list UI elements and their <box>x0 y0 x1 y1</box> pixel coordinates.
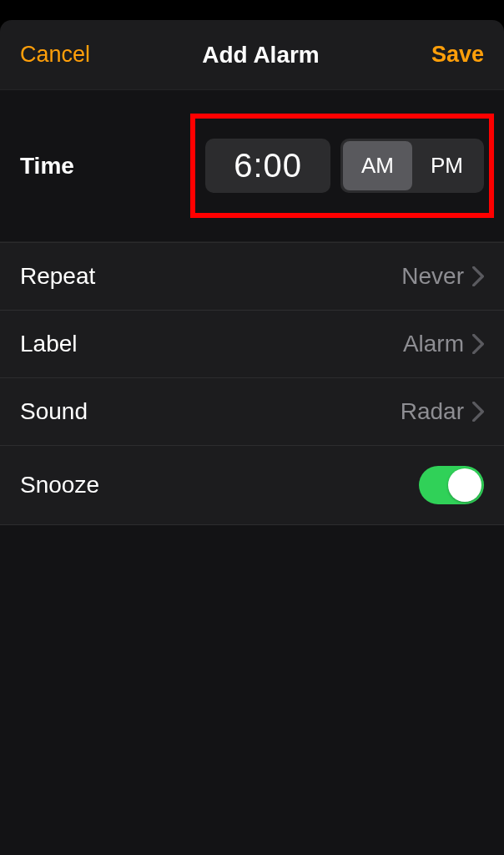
time-section: Time 6:00 AM PM <box>0 90 504 242</box>
label-row[interactable]: Label Alarm <box>0 311 504 378</box>
time-picker[interactable]: 6:00 <box>205 139 330 193</box>
sound-row[interactable]: Sound Radar <box>0 378 504 446</box>
ampm-segment[interactable]: AM PM <box>340 139 484 193</box>
sound-value: Radar <box>401 398 464 425</box>
label-right: Alarm <box>403 331 484 357</box>
time-label: Time <box>20 153 74 180</box>
add-alarm-sheet: Cancel Add Alarm Save Time 6:00 AM PM Re… <box>0 20 504 855</box>
repeat-right: Never <box>401 263 484 290</box>
empty-area <box>0 525 504 855</box>
snooze-label: Snooze <box>20 472 99 498</box>
toggle-knob <box>448 468 481 502</box>
modal-title: Add Alarm <box>202 42 320 68</box>
cancel-button[interactable]: Cancel <box>20 42 90 68</box>
time-controls: 6:00 AM PM <box>205 139 484 193</box>
pm-option[interactable]: PM <box>412 141 481 190</box>
chevron-right-icon <box>472 402 484 422</box>
chevron-right-icon <box>472 266 484 286</box>
snooze-toggle[interactable] <box>419 466 484 504</box>
save-button[interactable]: Save <box>431 42 484 68</box>
sound-right: Radar <box>401 398 484 425</box>
repeat-value: Never <box>401 263 464 290</box>
modal-header: Cancel Add Alarm Save <box>0 20 504 90</box>
repeat-label: Repeat <box>20 263 95 290</box>
sound-label: Sound <box>20 398 88 425</box>
label-label: Label <box>20 331 78 357</box>
snooze-row: Snooze <box>0 446 504 525</box>
time-row: Time 6:00 AM PM <box>20 139 484 193</box>
am-option[interactable]: AM <box>343 141 412 190</box>
chevron-right-icon <box>472 334 484 354</box>
repeat-row[interactable]: Repeat Never <box>0 242 504 311</box>
label-value: Alarm <box>403 331 464 357</box>
settings-list: Repeat Never Label Alarm Sound Radar <box>0 242 504 525</box>
